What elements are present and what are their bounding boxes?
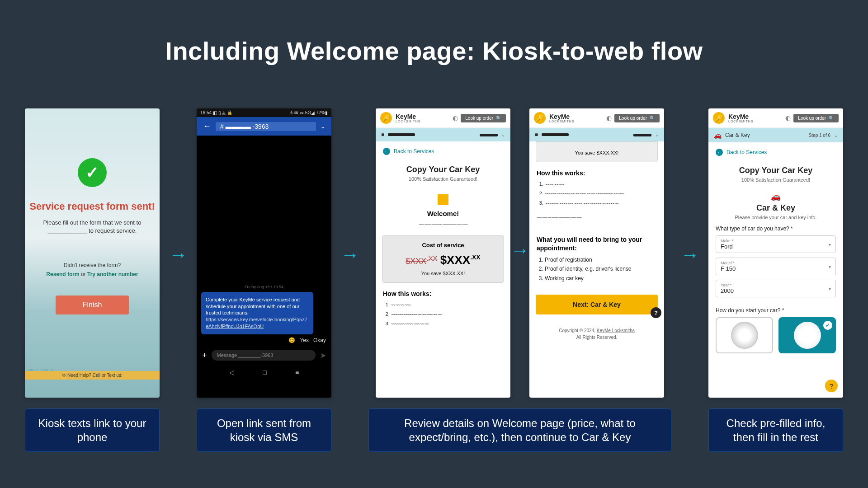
help-icon[interactable]: ? [651, 307, 661, 318]
welcome-heading: Welcome! [376, 210, 510, 217]
satisfaction-text: 100% Satisfaction Guaranteed! [376, 176, 510, 182]
car-type-question: What type of car do you have? * [708, 220, 843, 235]
home-icon: ■ [381, 131, 384, 138]
send-icon[interactable]: ➤ [320, 351, 326, 360]
next-button[interactable]: Next: Car & Key? [536, 295, 658, 314]
year-select[interactable]: Year *2000▾ [716, 280, 836, 297]
search-icon: 🔍 [650, 116, 655, 121]
how-list: ~~ ~~ ~~ ~~~ ~~~~~~ ~~~~~~~ ~~ ~~ ~~~ ~~… [376, 300, 510, 328]
model-select[interactable]: Model *F 150▾ [716, 258, 836, 275]
push-start-image [794, 322, 821, 349]
chevron-down-icon[interactable]: ⌄ [655, 132, 659, 137]
sms-body: Friday Aug 18 • 16:54 Complete your KeyM… [197, 136, 331, 334]
start-options: ✓ [708, 317, 843, 353]
chevron-down-icon[interactable]: ⌄ [501, 132, 505, 137]
web-header: 🔑 KeyMeLOCKSMITHS ◐ Look up order 🔍 [376, 108, 510, 128]
start-option-key[interactable] [716, 317, 773, 353]
chevron-down-icon[interactable]: ⌄ [834, 133, 838, 138]
sms-quick-replies: 😊 Yes Okay [197, 334, 331, 346]
chevron-down-icon: ▾ [829, 242, 831, 247]
android-nav: ◁ □ ≡ [197, 364, 331, 380]
how-heading: How this works: [376, 283, 510, 300]
check-icon: ✓ [823, 321, 832, 330]
dark-mode-icon[interactable]: ◐ [606, 114, 612, 122]
finish-button[interactable]: Finish [56, 296, 129, 314]
web-header: 🔑 KeyMeLOCKSMITHS ◐ Look up order 🔍 [529, 108, 664, 128]
copyright: Copyright © 2024, KeyMe LocksmithsAll Ri… [529, 327, 664, 341]
welcome-top-screenshot: 🔑 KeyMeLOCKSMITHS ◐ Look up order 🔍 ■ ⌄ … [376, 108, 510, 398]
how-heading: How this works: [529, 162, 664, 179]
search-icon: 🔍 [496, 116, 501, 121]
back-arrow-icon[interactable]: ← [203, 122, 211, 131]
slide-title: Including Welcome page: Kiosk-to-web flo… [0, 0, 868, 66]
chevron-down-icon: ▾ [829, 286, 831, 291]
resend-link[interactable]: Resend form [46, 271, 79, 277]
lookup-order-button[interactable]: Look up order 🔍 [461, 114, 506, 122]
new-price: $XXX.XX [440, 253, 481, 267]
reply-okay[interactable]: Okay [313, 337, 326, 343]
check-icon: ✓ [78, 158, 107, 187]
sms-screenshot: 16:54 ◧ ▯ ◬ 🔒⚠ ✉ ⫘ 5G◢ 72%▮ ← # ▬▬▬▬ -39… [197, 108, 331, 398]
chevron-down-icon: ▾ [829, 264, 831, 269]
dark-mode-icon[interactable]: ◐ [785, 114, 791, 122]
kiosk-help-bar: ⚙ Need Help? Call or Text us: [25, 371, 160, 380]
sms-bubble: Complete your KeyMe service request and … [201, 292, 313, 334]
try-other-link[interactable]: Try another number [87, 271, 138, 277]
back-circle-icon: ← [383, 148, 390, 155]
nav-recent-icon[interactable]: ≡ [295, 369, 299, 376]
sms-header: ← # ▬▬▬▬ -3963 ⌄ [197, 117, 331, 136]
nav-home-icon[interactable]: □ [263, 369, 266, 376]
step-3-4: 🔑 KeyMeLOCKSMITHS ◐ Look up order 🔍 ■ ⌄ … [368, 108, 671, 452]
progress-bar: 🚗 Car & Key Step 1 of 6 ⌄ [708, 128, 843, 142]
satisfaction-text: 100% Satisfaction Guaranteed! [708, 177, 843, 183]
progress-bar: ■ ⌄ [529, 128, 664, 141]
how-list: ~~ ~~ ~~ ~~~ ~~~~~~ ~~~~~~~ ~~ ~~ ~~~ ~~… [529, 179, 664, 208]
cost-box: Cost of service $XXX.XX $XXX.XX You save… [382, 235, 504, 283]
sms-number: # ▬▬▬▬ -3963 [216, 122, 316, 131]
message-input[interactable]: Message ________-3963 [212, 350, 316, 361]
caption-2: Open link sent from kiosk via SMS [197, 408, 331, 452]
lookup-order-button[interactable]: Look up order 🔍 [614, 114, 660, 122]
lookup-order-button[interactable]: Look up order 🔍 [793, 114, 839, 122]
start-option-push[interactable]: ✓ [778, 317, 836, 353]
caption-5: Check pre-filled info, then fill in the … [708, 408, 843, 452]
back-to-services-link[interactable]: ←Back to Services [708, 142, 843, 162]
search-icon: 🔍 [829, 116, 834, 121]
back-to-services-link[interactable]: ←Back to Services [376, 141, 510, 161]
dark-mode-icon[interactable]: ◐ [453, 114, 458, 122]
reply-yes[interactable]: Yes [300, 337, 309, 343]
kiosk-paragraph: Please fill out the form that we sent to… [25, 219, 160, 235]
arrow-icon: → [340, 244, 359, 266]
plus-icon[interactable]: + [202, 351, 207, 360]
help-icon[interactable]: ? [825, 380, 838, 392]
blurred-text: ~~~ ~~~ ~~ ~~~~ ~~~~~~~ ~~~ ~~~~~~~ ~~ ~… [529, 212, 664, 230]
section-sub: Please provide your car and key info. [708, 215, 843, 220]
back-circle-icon: ← [716, 149, 723, 156]
caption-1: Kiosk texts link to your phone [25, 408, 160, 452]
emoji-icon[interactable]: 😊 [288, 337, 295, 343]
bring-list: Proof of registration Proof of identity,… [529, 255, 664, 283]
flow-diagram: ✓ Service request form sent! Please fill… [25, 108, 843, 452]
savings-text: You save $XXX.XX! [389, 271, 497, 276]
step-5: 🔑 KeyMeLOCKSMITHS ◐ Look up order 🔍 🚗 Ca… [708, 108, 843, 452]
make-select[interactable]: Make *Ford▾ [716, 235, 836, 253]
page-title: Copy Your Car Key [376, 165, 510, 174]
sms-link[interactable]: https://services.key.me/vehicle-booking/… [206, 317, 307, 329]
keyme-logo-icon: 🔑 [713, 112, 725, 124]
arrow-icon: → [169, 244, 188, 266]
arrow-icon: → [510, 239, 529, 261]
kiosk-links: Resend form or Try another number [46, 271, 138, 277]
nav-back-icon[interactable]: ◁ [229, 369, 234, 376]
step-indicator: Step 1 of 6 [809, 133, 830, 138]
caption-3-4: Review details on Welcome page (price, w… [368, 408, 671, 452]
car-icon: 🚗 [714, 131, 722, 139]
step-2: 16:54 ◧ ▯ ◬ 🔒⚠ ✉ ⫘ 5G◢ 72%▮ ← # ▬▬▬▬ -39… [197, 108, 331, 452]
bring-heading: What you will need to bring to your appo… [529, 229, 664, 255]
car-icon: 🚗 [708, 192, 843, 202]
arrow-icon: → [680, 244, 699, 266]
chevron-down-icon[interactable]: ⌄ [321, 123, 325, 130]
page-title: Copy Your Car Key [708, 166, 843, 175]
car-key-form-screenshot: 🔑 KeyMeLOCKSMITHS ◐ Look up order 🔍 🚗 Ca… [708, 108, 843, 398]
web-header: 🔑 KeyMeLOCKSMITHS ◐ Look up order 🔍 [708, 108, 843, 128]
token-icon [438, 194, 448, 205]
